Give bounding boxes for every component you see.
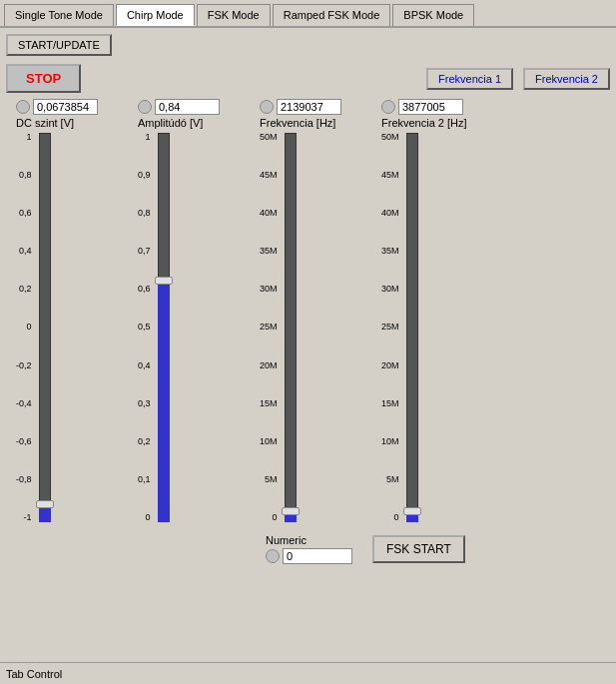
frek-scale-50m: 50M [260, 133, 278, 142]
dc-szint-input[interactable] [33, 99, 98, 115]
dc-szint-group: DC szint [V] 1 0,8 0,6 0,4 0,2 0 -0,2 -0… [16, 99, 98, 522]
tab-fsk-mode[interactable]: FSK Mode [197, 4, 271, 26]
tab-single-tone[interactable]: Single Tone Mode [4, 4, 114, 26]
dc-szint-track[interactable] [34, 133, 56, 522]
frekvencia-track-bg [285, 133, 297, 522]
frekvencia2-scale: 50M 45M 40M 35M 30M 25M 20M 15M 10M 5M 0 [381, 133, 399, 522]
frek-scale-25m: 25M [260, 323, 278, 332]
numeric-knob-icon [266, 549, 280, 563]
frekvencia-input[interactable] [277, 99, 341, 115]
amplitudo-thumb[interactable] [155, 277, 173, 285]
amp-scale-07: 0,7 [138, 247, 151, 256]
dc-szint-label: DC szint [V] [16, 117, 74, 129]
amplitudo-group: Amplitúdó [V] 1 0,9 0,8 0,7 0,6 0,5 0,4 … [138, 99, 220, 522]
amp-scale-02: 0,2 [138, 437, 151, 446]
frekvencia-input-row [260, 99, 341, 115]
amplitudo-input[interactable] [155, 99, 220, 115]
dc-szint-thumb[interactable] [36, 500, 54, 508]
frekvencia1-button[interactable]: Frekvencia 1 [426, 68, 513, 90]
frekvencia-thumb[interactable] [282, 507, 300, 515]
fsk-start-button[interactable]: FSK START [372, 535, 465, 563]
start-update-button[interactable]: START/UPDATE [6, 34, 112, 56]
frek2-scale-5m: 5M [381, 475, 399, 484]
frek2-scale-20m: 20M [381, 361, 399, 370]
amp-scale-05: 0,5 [138, 323, 151, 332]
amplitudo-fill [158, 283, 170, 522]
frekvencia-knob-icon [260, 100, 274, 114]
frek2-scale-50m: 50M [381, 133, 399, 142]
amp-scale-04: 0,4 [138, 361, 151, 370]
scale--04: -0,4 [16, 399, 32, 408]
numeric-label: Numeric [266, 534, 307, 546]
frek-scale-40m: 40M [260, 209, 278, 218]
frekvencia2-track-bg [406, 133, 418, 522]
frek-scale-30m: 30M [260, 285, 278, 294]
frek-scale-5m: 5M [260, 475, 278, 484]
frekvencia2-group: Frekvencia 2 [Hz] 50M 45M 40M 35M 30M 25… [381, 99, 467, 522]
frekvencia-label: Frekvencia [Hz] [260, 117, 335, 129]
scale-06: 0,6 [16, 209, 32, 218]
scale--08: -0,8 [16, 475, 32, 484]
frekvencia2-thumb[interactable] [403, 507, 421, 515]
frekvencia-slider: 50M 45M 40M 35M 30M 25M 20M 15M 10M 5M 0 [260, 133, 302, 522]
amplitudo-track[interactable] [153, 133, 175, 522]
frekvencia2-fill [406, 514, 418, 522]
frekvencia-group: Frekvencia [Hz] 50M 45M 40M 35M 30M 25M … [260, 99, 341, 522]
frek-scale-15m: 15M [260, 399, 278, 408]
numeric-input[interactable] [283, 548, 352, 564]
frek2-scale-25m: 25M [381, 323, 399, 332]
frek-scale-0: 0 [260, 513, 278, 522]
frekvencia2-knob-icon [381, 100, 395, 114]
tab-bar: Single Tone Mode Chirp Mode FSK Mode Ram… [0, 0, 616, 28]
amplitudo-slider: 1 0,9 0,8 0,7 0,6 0,5 0,4 0,3 0,2 0,1 0 [138, 133, 175, 522]
amp-scale-03: 0,3 [138, 399, 151, 408]
dc-szint-track-bg [39, 133, 51, 522]
frek2-scale-15m: 15M [381, 399, 399, 408]
frekvencia2-track[interactable] [401, 133, 423, 522]
frekvencia2-button[interactable]: Frekvencia 2 [523, 68, 610, 90]
numeric-group: Numeric [266, 534, 352, 564]
top-row: STOP Frekvencia 1 Frekvencia 2 [6, 64, 610, 93]
scale--1: -1 [16, 513, 32, 522]
amp-scale-1: 1 [138, 133, 151, 142]
amplitudo-input-row [138, 99, 220, 115]
bottom-row: Numeric FSK START [6, 534, 610, 564]
scale--02: -0,2 [16, 361, 32, 370]
frek2-scale-0: 0 [381, 513, 399, 522]
status-text: Tab Control [6, 668, 62, 680]
frekvencia2-input-row [381, 99, 463, 115]
scale-1: 1 [16, 133, 32, 142]
stop-button[interactable]: STOP [6, 64, 81, 93]
frekvencia-fill [285, 514, 297, 522]
frekvencia2-slider: 50M 45M 40M 35M 30M 25M 20M 15M 10M 5M 0 [381, 133, 423, 522]
scale-04: 0,4 [16, 247, 32, 256]
scale-02: 0,2 [16, 285, 32, 294]
tab-ramped-fsk[interactable]: Ramped FSK Mode [273, 4, 391, 26]
frek-scale-35m: 35M [260, 247, 278, 256]
amplitudo-scale: 1 0,9 0,8 0,7 0,6 0,5 0,4 0,3 0,2 0,1 0 [138, 133, 151, 522]
tab-chirp-mode[interactable]: Chirp Mode [116, 4, 195, 26]
amp-scale-0: 0 [138, 513, 151, 522]
amplitudo-label: Amplitúdó [V] [138, 117, 203, 129]
amp-scale-06: 0,6 [138, 285, 151, 294]
numeric-input-row [266, 548, 352, 564]
frekvencia-track[interactable] [280, 133, 302, 522]
frek2-scale-30m: 30M [381, 285, 399, 294]
frek-scale-45m: 45M [260, 171, 278, 180]
scale-0: 0 [16, 323, 32, 332]
dc-szint-knob-icon [16, 100, 30, 114]
tab-bpsk[interactable]: BPSK Mode [392, 4, 474, 26]
dc-szint-slider: 1 0,8 0,6 0,4 0,2 0 -0,2 -0,4 -0,6 -0,8 … [16, 133, 56, 522]
frekvencia2-input[interactable] [398, 99, 463, 115]
amp-scale-01: 0,1 [138, 475, 151, 484]
status-bar: Tab Control [0, 662, 616, 684]
frek2-scale-35m: 35M [381, 247, 399, 256]
frek2-scale-10m: 10M [381, 437, 399, 446]
sliders-area: DC szint [V] 1 0,8 0,6 0,4 0,2 0 -0,2 -0… [6, 99, 610, 522]
amp-scale-08: 0,8 [138, 209, 151, 218]
dc-szint-fill [39, 507, 51, 522]
frek-scale-20m: 20M [260, 361, 278, 370]
dc-szint-input-row [16, 99, 98, 115]
frek-scale-10m: 10M [260, 437, 278, 446]
frek2-scale-40m: 40M [381, 209, 399, 218]
